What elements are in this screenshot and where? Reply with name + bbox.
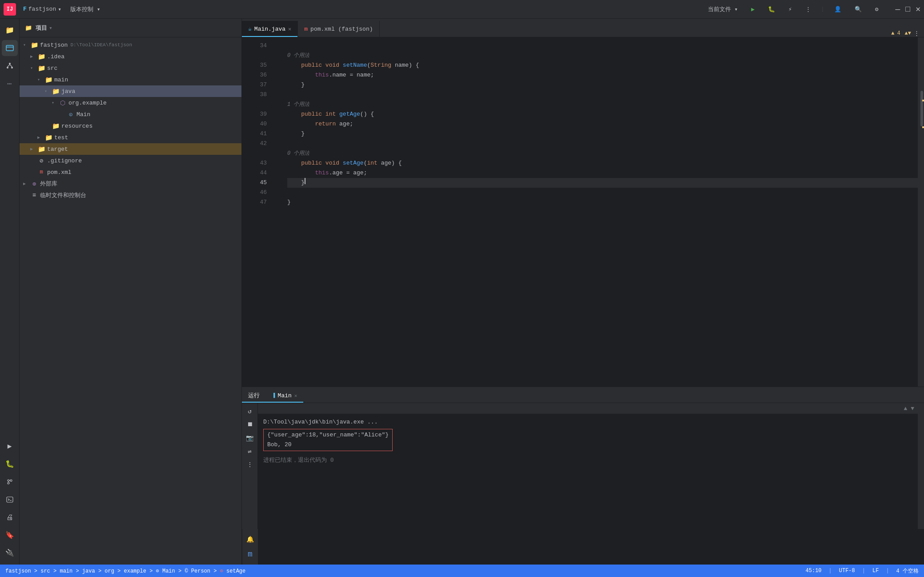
console-scroll-bar: ▲ ▼	[258, 403, 918, 414]
line-endings[interactable]: LF	[872, 568, 879, 574]
left-icon-bookmark[interactable]: 🔖	[2, 527, 18, 543]
svg-point-7	[8, 480, 9, 481]
tree-item-gitignore[interactable]: ⊘ .gitignore	[20, 155, 241, 166]
bc-org[interactable]: org	[104, 568, 114, 574]
close-button[interactable]: ✕	[916, 5, 920, 13]
console-screenshot-icon[interactable]: 📷	[244, 432, 256, 444]
tree-item-src[interactable]: ▾ 📁 src	[20, 62, 241, 74]
menu-item-vcs[interactable]: 版本控制 ▾	[67, 4, 104, 15]
bc-main-class[interactable]: Main	[162, 568, 175, 574]
minimize-button[interactable]: —	[896, 5, 900, 13]
tab-close-main[interactable]: ✕	[294, 393, 297, 399]
package-icon-orgexample: ⬡	[59, 99, 67, 107]
line-num-39: 39	[242, 109, 267, 119]
console-more-icon[interactable]: ⋮	[244, 458, 256, 471]
tree-item-root[interactable]: ▾ 📁 fastjson D:\Tool\IDEA\fastjson	[20, 39, 241, 51]
menu-item-project[interactable]: F fastjson ▾	[20, 4, 65, 15]
tab-main[interactable]: ▐ Main ✕	[266, 389, 303, 403]
editor-area: 34 35 36 37 38 39 40 41 42 43 44 45 46	[242, 37, 924, 387]
code-line-42	[287, 139, 918, 149]
current-file-dropdown[interactable]: 当前文件 ▾	[704, 4, 742, 15]
tree-item-target[interactable]: ▶ 📁 target	[20, 143, 241, 155]
hint-line-39: 1 个用法	[287, 100, 918, 109]
scroll-down-icon[interactable]: ▼	[911, 405, 914, 412]
right-icon-notifications[interactable]: 🔔	[244, 533, 257, 546]
bc-example[interactable]: example	[124, 568, 146, 574]
bc-main[interactable]: main	[60, 568, 72, 574]
folder-icon-main: 📁	[44, 76, 52, 84]
left-icon-git[interactable]	[2, 474, 18, 490]
left-icon-print[interactable]: 🖨	[2, 509, 18, 525]
left-icon-debug[interactable]: 🐛	[2, 456, 18, 472]
code-line-45: }	[287, 178, 918, 188]
run-button[interactable]: ▶	[747, 4, 758, 15]
sidebar-dropdown-icon[interactable]: ▾	[49, 24, 52, 32]
tab-close-main-java[interactable]: ✕	[288, 26, 291, 32]
console-soft-wrap-icon[interactable]: ⇌	[244, 445, 256, 457]
code-line-44: this.age = age;	[287, 168, 918, 178]
bc-setage[interactable]: setAge	[226, 568, 245, 574]
console-output-line2: Bob, 20	[267, 440, 389, 450]
bc-main-class-icon: ⊙	[156, 568, 159, 574]
left-icon-plugin[interactable]: 🔌	[2, 545, 18, 561]
title-bar-menu: F fastjson ▾ 版本控制 ▾	[20, 4, 104, 15]
user-icon[interactable]: 👤	[831, 4, 845, 15]
left-icon-structure[interactable]	[2, 58, 18, 74]
left-icon-folder[interactable]: 📁	[2, 22, 18, 38]
tree-arrow-src: ▾	[30, 65, 37, 71]
left-icon-terminal[interactable]	[2, 492, 18, 508]
tree-item-orgexample[interactable]: ▾ ⬡ org.example	[20, 97, 241, 109]
tree-item-main-class[interactable]: ⊙ Main	[20, 109, 241, 120]
console-scrollbar[interactable]	[918, 403, 924, 529]
left-icon-project[interactable]	[2, 40, 18, 56]
code-line-46	[287, 188, 918, 198]
settings-icon[interactable]: ⚙	[872, 4, 882, 15]
console-restart-icon[interactable]: ↺	[244, 405, 256, 417]
scrollbar-thumb[interactable]	[920, 91, 923, 126]
tree-item-java[interactable]: ▾ 📁 java	[20, 85, 241, 97]
console-area[interactable]: D:\Tool\java\jdk\bin\java.exe ... {"user…	[258, 414, 918, 529]
cursor-position[interactable]: 45:10	[806, 568, 822, 574]
tree-item-external-libs[interactable]: ▶ ⊕ 外部库	[20, 178, 241, 190]
tab-label-pom-xml: pom.xml (fastjson)	[310, 26, 373, 32]
bc-person[interactable]: Person	[191, 568, 210, 574]
debug-button[interactable]: 🐛	[764, 4, 779, 15]
left-icon-more[interactable]: ⋯	[2, 76, 18, 92]
left-icon-bar: 📁 ⋯ ▶ 🐛 🖨 🔖 🔌	[0, 19, 20, 565]
bc-fastjson[interactable]: fastjson	[5, 568, 31, 574]
tab-main-java[interactable]: ☕ Main.java ✕	[242, 21, 298, 37]
indent[interactable]: 4 个空格	[896, 567, 919, 575]
maven-tab-icon: m	[304, 26, 308, 32]
tab-pom-xml[interactable]: m pom.xml (fastjson)	[298, 21, 379, 37]
warning-badge[interactable]: ▲4▲▼	[891, 30, 911, 36]
code-line-35: public void setName(String name) {	[287, 61, 918, 70]
search-icon[interactable]: 🔍	[851, 4, 865, 15]
tab-bar-right: ▲4▲▼ ⋮	[887, 30, 924, 37]
svg-rect-1	[6, 47, 13, 48]
bc-java[interactable]: java	[82, 568, 95, 574]
status-sep-3: |	[886, 568, 889, 574]
bottom-tab-bar: 运行 ▐ Main ✕	[242, 387, 924, 403]
tree-item-main[interactable]: ▾ 📁 main	[20, 74, 241, 85]
bc-src[interactable]: src	[40, 568, 50, 574]
editor-scrollbar[interactable]	[918, 37, 924, 387]
left-icon-run[interactable]: ▶	[2, 438, 18, 454]
scroll-up-icon[interactable]: ▲	[904, 405, 907, 412]
code-line-41: }	[287, 129, 918, 139]
tree-item-test[interactable]: ▶ 📁 test	[20, 132, 241, 143]
tree-item-scratch[interactable]: ≡ 临时文件和控制台	[20, 190, 241, 201]
code-gutter	[273, 37, 284, 387]
coverage-button[interactable]: ⚡	[785, 4, 795, 15]
editor-settings-icon[interactable]: ⋮	[914, 30, 920, 37]
console-stop-icon[interactable]: ⏹	[244, 418, 256, 431]
tree-item-pom[interactable]: m pom.xml	[20, 166, 241, 178]
code-content[interactable]: 0 个用法 public void setName(String name) {…	[284, 37, 918, 387]
encoding[interactable]: UTF-8	[839, 568, 855, 574]
more-actions[interactable]: ⋮	[802, 4, 815, 15]
right-icon-m[interactable]: m	[244, 548, 257, 561]
code-line-43: public void setAge(int age) {	[287, 158, 918, 168]
maximize-button[interactable]: □	[905, 5, 910, 13]
tree-item-resources[interactable]: 📁 resources	[20, 120, 241, 132]
tab-run[interactable]: 运行	[242, 389, 266, 403]
tree-item-idea[interactable]: ▶ 📁 .idea	[20, 51, 241, 62]
